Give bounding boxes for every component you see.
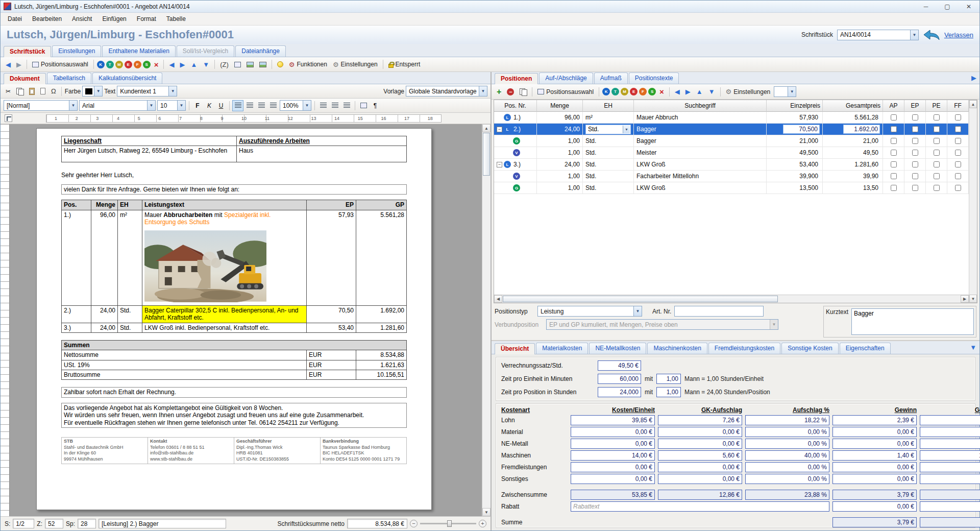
rabatt-gewinn-input[interactable] <box>832 501 917 512</box>
eh-cell[interactable]: Std.▼ <box>583 135 634 147</box>
gewinn-input[interactable] <box>832 462 917 472</box>
suchbegriff-cell[interactable]: LKW Groß <box>634 159 767 171</box>
move-up-icon[interactable]: ▲ <box>188 59 199 70</box>
nav-right-icon[interactable]: ▶ <box>178 59 187 70</box>
positionsauswahl-button[interactable]: Positionsauswahl <box>535 86 596 98</box>
ff-checkbox[interactable] <box>955 185 961 191</box>
gesamtpreis-cell[interactable]: 5.561,28 <box>823 112 883 124</box>
menu-item[interactable]: Einfügen <box>97 13 131 25</box>
ap-checkbox[interactable] <box>891 150 897 156</box>
mann-position-input[interactable] <box>656 387 681 397</box>
document-page[interactable]: Liegenschaft Auszuführende Arbeiten Herr… <box>36 128 432 510</box>
artnr-input[interactable] <box>674 306 764 317</box>
gewinn-prozent-input[interactable] <box>920 462 980 472</box>
suchbegriff-cell[interactable]: Meister <box>634 147 767 159</box>
rabatt-text-input[interactable] <box>571 501 829 512</box>
aufschlag-prozent-input[interactable] <box>745 474 829 484</box>
menge-cell[interactable]: 1,00 <box>537 182 583 194</box>
position-type-badge[interactable]: F <box>639 88 647 95</box>
chevron-down-icon[interactable]: ▼ <box>147 101 155 110</box>
zs-kosten-input[interactable] <box>571 490 655 500</box>
table-icon[interactable] <box>232 59 243 70</box>
position-type-badge[interactable]: M <box>115 61 123 68</box>
rabatt-prozent-input[interactable] <box>920 501 980 512</box>
zoom-out-button[interactable]: − <box>410 520 418 527</box>
position-type-badge[interactable]: F <box>134 61 141 68</box>
gesamtpreis-cell[interactable]: 1.692,00 <box>823 124 883 135</box>
main-tab[interactable]: Enthaltene Materialien <box>102 45 175 57</box>
menge-cell[interactable]: 1,00 <box>537 147 583 159</box>
nav-left-icon[interactable]: ◀ <box>167 59 176 70</box>
aufschlag-prozent-input[interactable] <box>745 439 829 449</box>
position-type-badge[interactable]: S <box>648 88 656 95</box>
align-right-button[interactable] <box>256 101 266 111</box>
tab-stop-corner-icon[interactable] <box>5 114 12 122</box>
positionstyp-select[interactable]: Leistung ▼ <box>537 306 642 317</box>
positions-hscrollbar[interactable]: ◀ ▶ <box>494 295 969 303</box>
gesamtpreis-cell[interactable]: 13,50 <box>823 182 883 194</box>
menu-item[interactable]: Datei <box>3 13 27 25</box>
position-type-badge[interactable]: M <box>621 88 628 95</box>
ep-checkbox[interactable] <box>912 138 918 144</box>
indent-button[interactable] <box>341 101 352 111</box>
gewinn-input[interactable] <box>832 439 917 449</box>
kurztext-input[interactable]: Bagger <box>851 308 974 335</box>
paste-icon[interactable] <box>27 86 37 97</box>
chevron-down-icon[interactable]: ▼ <box>168 86 177 96</box>
bullet-list-button[interactable] <box>318 101 328 111</box>
scroll-thumb[interactable] <box>503 296 778 302</box>
ap-checkbox[interactable] <box>891 138 897 144</box>
menu-item[interactable]: Format <box>132 13 161 25</box>
entsperrt-button[interactable]: Entsperrt <box>386 59 423 70</box>
main-tab[interactable]: Schriftstück <box>4 46 51 57</box>
chevron-down-icon[interactable]: ▼ <box>69 101 77 110</box>
menu-item[interactable]: Ansicht <box>67 13 97 25</box>
position-type-badge[interactable]: T <box>611 88 619 95</box>
menge-cell[interactable]: 1,00 <box>537 171 583 182</box>
kosten-einheit-input[interactable] <box>571 439 655 449</box>
align-left-button[interactable] <box>233 101 243 111</box>
pe-checkbox[interactable] <box>934 173 940 179</box>
gk-aufschlag-input[interactable] <box>658 450 742 461</box>
close-button[interactable]: ✕ <box>958 1 979 12</box>
new-doc-icon[interactable] <box>38 86 47 97</box>
ep-checkbox[interactable] <box>912 126 918 132</box>
ap-checkbox[interactable] <box>891 173 897 179</box>
einzelpreis-cell[interactable]: 70,500 <box>767 124 823 135</box>
position-type-badge[interactable]: T <box>106 61 114 68</box>
gewinn-prozent-input[interactable] <box>920 439 980 449</box>
scroll-down-icon[interactable]: ▼ <box>969 295 977 303</box>
aufschlag-prozent-input[interactable] <box>745 450 829 461</box>
vorlage-select[interactable]: Globale Standardvorlage ▼ <box>406 86 487 96</box>
pe-checkbox[interactable] <box>934 138 940 144</box>
aufschlag-prozent-input[interactable] <box>745 427 829 437</box>
ep-checkbox[interactable] <box>912 161 918 167</box>
einstellungen-button[interactable]: ⚙ Einstellungen <box>331 59 380 70</box>
gk-aufschlag-input[interactable] <box>658 427 742 437</box>
funktionen-button[interactable]: ⚙ Funktionen <box>287 59 329 70</box>
position-row[interactable]: G 1,00 Std.▼ Bagger 21,000 21,00 <box>494 135 969 147</box>
view-select[interactable]: ▼ <box>774 86 796 97</box>
scroll-thumb[interactable] <box>483 133 490 176</box>
calc-tab[interactable]: Maschinenkosten <box>647 343 707 354</box>
suchbegriff-cell[interactable]: Bagger <box>634 124 767 135</box>
menu-item[interactable]: Bearbeiten <box>27 13 67 25</box>
calc-tab[interactable]: Eigenschaften <box>840 343 891 354</box>
ff-checkbox[interactable] <box>955 138 961 144</box>
mann-einheit-input[interactable] <box>656 374 681 384</box>
position-row[interactable]: L 3.) 24,00 Std.▼ LKW Groß 53,400 1.281,… <box>494 159 969 171</box>
chevron-down-icon[interactable]: ▼ <box>910 30 918 40</box>
zs-aufschlag-input[interactable] <box>745 490 829 500</box>
image-icon[interactable] <box>244 59 256 70</box>
verrechnungssatz-input[interactable] <box>598 360 641 371</box>
einstellungen-button[interactable]: ⚙ Einstellungen <box>724 86 773 98</box>
main-tab[interactable]: Dateianhänge <box>235 45 286 57</box>
eh-cell[interactable]: Std.▼ <box>583 147 634 159</box>
menge-cell[interactable]: 24,00 <box>537 124 583 135</box>
pe-checkbox[interactable] <box>934 150 940 156</box>
pe-checkbox[interactable] <box>934 114 940 120</box>
einzelpreis-cell[interactable]: 39,900 <box>767 171 823 182</box>
schriftstueck-select[interactable]: AN14/0014 ▼ <box>837 30 919 40</box>
gk-aufschlag-input[interactable] <box>658 439 742 449</box>
ff-checkbox[interactable] <box>955 161 961 167</box>
